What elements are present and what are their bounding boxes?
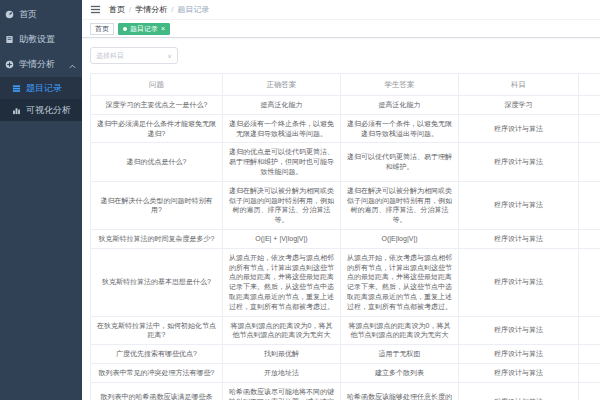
sidebar-item-home[interactable]: 首页 (0, 2, 82, 27)
correct-answer-cell: 找到最优解 (223, 345, 341, 364)
tags-view-bar: 首页 题目记录 × (82, 20, 600, 38)
content-area: 选择科目 ∨ 问题 正确答案 学生答案 科目 深度学习的主要优点之一是什么?提高… (82, 38, 600, 400)
question-cell: 递归在解决什么类型的问题时特别有用? (91, 181, 223, 229)
empty-cell (579, 345, 600, 364)
tab-label: 首页 (95, 24, 109, 34)
student-answer-cell: 将源点到源点的距离设为0，将其他节点到源点的距离设为无穷大 (341, 316, 459, 345)
question-records-table: 问题 正确答案 学生答案 科目 深度学习的主要优点之一是什么?提高泛化能力提高泛… (90, 73, 600, 400)
book-icon (4, 35, 14, 45)
tab-label: 题目记录 (130, 24, 158, 34)
circle-plus-icon (4, 60, 14, 70)
student-answer-cell: 适用于无权图 (341, 345, 459, 364)
table-body: 深度学习的主要优点之一是什么?提高泛化能力提高泛化能力深度学习递归中必须满足什么… (91, 96, 600, 400)
empty-cell (579, 181, 600, 229)
question-cell: 在狄克斯特拉算法中，如何初始化节点距离? (91, 316, 223, 345)
subject-cell: 程序设计与算法 (459, 114, 579, 143)
column-header-question: 问题 (91, 74, 223, 96)
breadcrumb-item-home[interactable]: 首页 (109, 4, 125, 15)
close-icon[interactable]: × (161, 25, 165, 32)
chevron-down-icon: ∨ (167, 52, 172, 58)
tab-home[interactable]: 首页 (90, 23, 114, 35)
breadcrumb-item-records: 题目记录 (177, 4, 209, 15)
sidebar-item-label: 题目记录 (26, 82, 62, 95)
empty-cell (579, 114, 600, 143)
empty-cell (579, 229, 600, 248)
subject-cell: 程序设计与算法 (459, 248, 579, 316)
subject-cell: 程序设计与算法 (459, 363, 579, 382)
subject-select[interactable]: 选择科目 ∨ (90, 47, 178, 64)
empty-cell (579, 96, 600, 115)
sidebar-item-label: 助教设置 (19, 33, 55, 46)
sidebar-item-question-records[interactable]: 题目记录 (0, 77, 82, 99)
correct-answer-cell: 哈希函数应该尽可能地将不同的键映射到不同的索引位置，减少冲突的概率。 (223, 382, 341, 400)
question-cell: 递归中必须满足什么条件才能避免无限递归? (91, 114, 223, 143)
subject-cell: 程序设计与算法 (459, 316, 579, 345)
main-area: 首页 / 学情分析 / 题目记录 首页 题目记录 × 选择科目 ∨ (82, 0, 600, 400)
correct-answer-cell: 递归必须有一个终止条件，以避免无限递归导致栈溢出等问题。 (223, 114, 341, 143)
sidebar-item-label: 首页 (19, 8, 37, 21)
table-row: 在狄克斯特拉算法中，如何初始化节点距离?将源点到源点的距离设为0，将其他节点到源… (91, 316, 600, 345)
subject-cell: 程序设计与算法 (459, 229, 579, 248)
subject-cell: 程序设计与算法 (459, 181, 579, 229)
sidebar: 首页 助教设置 学情分析 题目记录 (0, 0, 82, 400)
student-answer-cell: 哈希函数应该能够处理任意长度的键，并且不会受到键值的限制。 (341, 382, 459, 400)
table-row: 广度优先搜索有哪些优点?找到最优解适用于无权图程序设计与算法 (91, 345, 600, 364)
empty-cell (579, 382, 600, 400)
question-cell: 散列表中常见的冲突处理方法有哪些? (91, 363, 223, 382)
hamburger-icon[interactable] (90, 4, 101, 15)
subject-cell: 程序设计与算法 (459, 345, 579, 364)
question-cell: 狄克斯特拉算法的基本思想是什么? (91, 248, 223, 316)
breadcrumb: 首页 / 学情分析 / 题目记录 (109, 4, 209, 15)
subject-cell: 深度学习 (459, 96, 579, 115)
subject-cell: 程序设计与算法 (459, 143, 579, 181)
correct-answer-cell: 将源点到源点的距离设为0，将其他节点到源点的距离设为无穷大 (223, 316, 341, 345)
app-window: 首页 助教设置 学情分析 题目记录 (0, 0, 600, 400)
column-header-correct-answer: 正确答案 (223, 74, 341, 96)
tab-question-records[interactable]: 题目记录 × (118, 23, 170, 35)
sidebar-item-label: 学情分析 (19, 58, 55, 71)
table-row: 递归中必须满足什么条件才能避免无限递归?递归必须有一个终止条件，以避免无限递归导… (91, 114, 600, 143)
sidebar-item-ta-settings[interactable]: 助教设置 (0, 27, 82, 52)
correct-answer-cell: 从源点开始，依次考虑与源点相邻的所有节点，计算出源点到这些节点的最短距离，并将这… (223, 248, 341, 316)
sidebar-item-learning-analysis[interactable]: 学情分析 (0, 52, 82, 77)
table-row: 递归在解决什么类型的问题时特别有用?递归在解决可以被分解为相同或类似子问题的问题… (91, 181, 600, 229)
table-row: 深度学习的主要优点之一是什么?提高泛化能力提高泛化能力深度学习 (91, 96, 600, 115)
subject-select-placeholder: 选择科目 (96, 51, 124, 61)
student-answer-cell: 递归必须有一个条件，以避免无限递归导致栈溢出等问题。 (341, 114, 459, 143)
question-cell: 深度学习的主要优点之一是什么? (91, 96, 223, 115)
breadcrumb-separator: / (171, 5, 173, 14)
correct-answer-cell: 递归在解决可以被分解为相同或类似子问题的问题时特别有用，例如树的遍历、排序算法、… (223, 181, 341, 229)
correct-answer-cell: 递归的优点是可以使代码更简洁、易于理解和维护，但同时也可能导致性能问题。 (223, 143, 341, 181)
student-answer-cell: O(|E|log|V|) (341, 229, 459, 248)
sidebar-submenu: 题目记录 可视化分析 (0, 77, 82, 121)
chevron-up-icon (69, 61, 76, 71)
dashboard-icon (4, 10, 14, 20)
student-answer-cell: 提高泛化能力 (341, 96, 459, 115)
empty-cell (579, 143, 600, 181)
sidebar-item-visual-analysis[interactable]: 可视化分析 (0, 99, 82, 121)
table-header-row: 问题 正确答案 学生答案 科目 (91, 74, 600, 96)
empty-cell (579, 248, 600, 316)
correct-answer-cell: O(|E| + |V|log|V|) (223, 229, 341, 248)
table-row: 狄克斯特拉算法的基本思想是什么?从源点开始，依次考虑与源点相邻的所有节点，计算出… (91, 248, 600, 316)
table-row: 递归的优点是什么?递归的优点是可以使代码更简洁、易于理解和维护，但同时也可能导致… (91, 143, 600, 181)
correct-answer-cell: 开放地址法 (223, 363, 341, 382)
student-answer-cell: 递归在解决可以被分解为相同或类似子问题的问题时特别有用，例如树的遍历、排序算法、… (341, 181, 459, 229)
question-cell: 广度优先搜索有哪些优点? (91, 345, 223, 364)
sidebar-item-label: 可视化分析 (26, 104, 71, 117)
breadcrumb-item-analysis[interactable]: 学情分析 (135, 4, 167, 15)
question-cell: 递归的优点是什么? (91, 143, 223, 181)
question-cell: 狄克斯特拉算法的时间复杂度是多少? (91, 229, 223, 248)
empty-cell (579, 363, 600, 382)
question-cell: 散列表中的哈希函数应该满足哪些条件? (91, 382, 223, 400)
column-header-subject: 科目 (459, 74, 579, 96)
bar-chart-icon (11, 105, 21, 115)
top-navbar: 首页 / 学情分析 / 题目记录 (82, 0, 600, 20)
column-header-student-answer: 学生答案 (341, 74, 459, 96)
student-answer-cell: 从源点开始，依次考虑与源点相邻的所有节点，计算出源点到这些节点的最短距离，并将这… (341, 248, 459, 316)
active-tab-dot (123, 27, 127, 31)
empty-cell (579, 316, 600, 345)
table-row: 狄克斯特拉算法的时间复杂度是多少?O(|E| + |V|log|V|)O(|E|… (91, 229, 600, 248)
subject-cell: 程序设计与算法 (459, 382, 579, 400)
list-icon (11, 83, 21, 93)
